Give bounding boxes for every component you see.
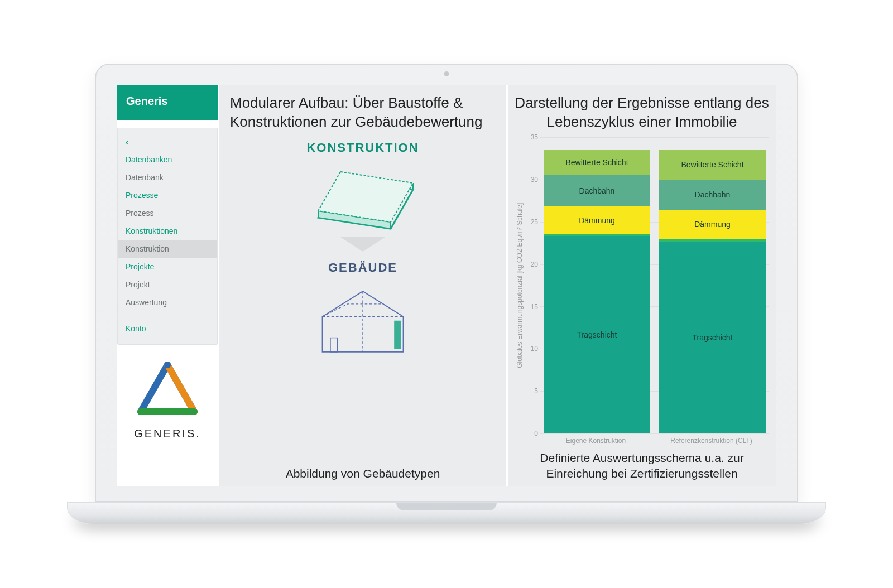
nav-back-icon[interactable]: ‹ bbox=[118, 134, 217, 151]
bar-segment-dämmung: Dämmung bbox=[659, 210, 766, 239]
label-gebaeude: GEBÄUDE bbox=[230, 261, 496, 275]
chart-ylabel: Globales Erwärmungspotenzial [kg CO2-Eq.… bbox=[515, 137, 525, 434]
illustration-building bbox=[230, 276, 496, 357]
label-konstruktion: KONSTRUKTION bbox=[230, 141, 496, 155]
bar-segment-bewitterte-schicht: Bewitterte Schicht bbox=[544, 150, 650, 175]
nav-item-konstruktionen[interactable]: Konstruktionen bbox=[118, 222, 217, 240]
panel-results-heading: Darstellung der Ergebnisse entlang des L… bbox=[515, 94, 769, 132]
bar-column: TragschichtDämmungDachbahnBewitterte Sch… bbox=[658, 137, 767, 434]
panel-results: Darstellung der Ergebnisse entlang des L… bbox=[508, 85, 776, 486]
bar-segment-dachbahn: Dachbahn bbox=[659, 180, 766, 210]
nav-item-datenbank[interactable]: Datenbank bbox=[118, 168, 217, 186]
panel-modular-caption: Abbildung von Gebäudetypen bbox=[230, 466, 496, 481]
bar-segment-dachbahn: Dachbahn bbox=[544, 175, 650, 206]
chart-xlabel-1: Referenzkonstruktion (CLT) bbox=[654, 433, 769, 445]
laptop-screen: Generis ‹ DatenbankenDatenbankProzessePr… bbox=[95, 64, 798, 502]
nav-item-projekte[interactable]: Projekte bbox=[118, 258, 217, 276]
ytick: 35 bbox=[531, 133, 538, 141]
bar-segment-tragschicht: Tragschicht bbox=[544, 236, 650, 433]
app-window: Generis ‹ DatenbankenDatenbankProzessePr… bbox=[117, 85, 776, 486]
nav-divider bbox=[126, 316, 209, 316]
panel-results-caption: Definierte Auswertungsschema u.a. zur Ei… bbox=[515, 445, 769, 481]
svg-rect-11 bbox=[330, 338, 338, 351]
bar-segment-tragschicht: Tragschicht bbox=[659, 242, 766, 434]
laptop-mockup: Generis ‹ DatenbankenDatenbankProzessePr… bbox=[95, 64, 798, 524]
bar: TragschichtDämmungDachbahnBewitterte Sch… bbox=[542, 137, 651, 434]
nav-item-projekt[interactable]: Projekt bbox=[118, 276, 217, 293]
nav-item-prozesse[interactable]: Prozesse bbox=[118, 186, 217, 204]
logo-text: GENERIS. bbox=[123, 427, 212, 440]
ytick: 10 bbox=[531, 345, 538, 353]
ytick: 20 bbox=[531, 261, 538, 268]
ytick: 25 bbox=[531, 218, 538, 226]
svg-rect-10 bbox=[394, 320, 401, 349]
nav-item-datenbanken[interactable]: Datenbanken bbox=[118, 151, 217, 168]
stacked-bar-chart: Globales Erwärmungspotenzial [kg CO2-Eq.… bbox=[515, 135, 769, 434]
nav-account[interactable]: Konto bbox=[118, 321, 217, 336]
brand-header: Generis bbox=[117, 85, 218, 120]
svg-marker-6 bbox=[340, 237, 385, 252]
ytick: 30 bbox=[531, 176, 538, 184]
bar-column: TragschichtDämmungDachbahnBewitterte Sch… bbox=[542, 137, 651, 434]
camera-dot bbox=[444, 71, 449, 76]
sidebar: Generis ‹ DatenbankenDatenbankProzessePr… bbox=[117, 85, 218, 486]
panel-modular: Modularer Aufbau: Über Baustoffe & Konst… bbox=[219, 85, 506, 486]
nav-item-konstruktion[interactable]: Konstruktion bbox=[118, 240, 217, 258]
bar-segment-dämmung: Dämmung bbox=[544, 206, 650, 234]
nav-item-auswertung[interactable]: Auswertung bbox=[118, 293, 217, 311]
ytick: 0 bbox=[534, 430, 538, 437]
laptop-base bbox=[67, 502, 827, 524]
bar: TragschichtDämmungDachbahnBewitterte Sch… bbox=[658, 137, 767, 434]
logo: GENERIS. bbox=[117, 353, 218, 449]
chart-bars: TragschichtDämmungDachbahnBewitterte Sch… bbox=[540, 137, 769, 434]
panel-slab-icon bbox=[301, 156, 424, 237]
svg-point-0 bbox=[164, 362, 171, 368]
generis-logo-icon bbox=[134, 362, 201, 423]
nav-menu: ‹ DatenbankenDatenbankProzesseProzessKon… bbox=[117, 128, 218, 345]
arrow-down-icon bbox=[230, 235, 496, 254]
house-icon bbox=[301, 276, 424, 357]
panel-modular-heading: Modularer Aufbau: Über Baustoffe & Konst… bbox=[230, 94, 496, 132]
bar-segment-bewitterte-schicht: Bewitterte Schicht bbox=[659, 150, 766, 179]
nav-item-prozess[interactable]: Prozess bbox=[118, 204, 217, 222]
illustration-construction bbox=[230, 156, 496, 237]
ytick: 15 bbox=[531, 303, 538, 311]
ytick: 5 bbox=[534, 387, 538, 395]
chart-yticks: 05101520253035 bbox=[525, 137, 540, 434]
chart-xlabel-0: Eigene Konstruktion bbox=[538, 433, 654, 445]
